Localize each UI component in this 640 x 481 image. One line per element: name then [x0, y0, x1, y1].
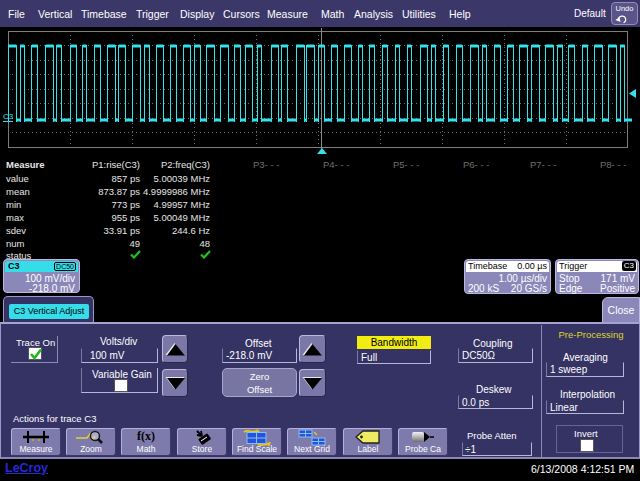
svg-text:C3: C3 — [3, 112, 14, 121]
